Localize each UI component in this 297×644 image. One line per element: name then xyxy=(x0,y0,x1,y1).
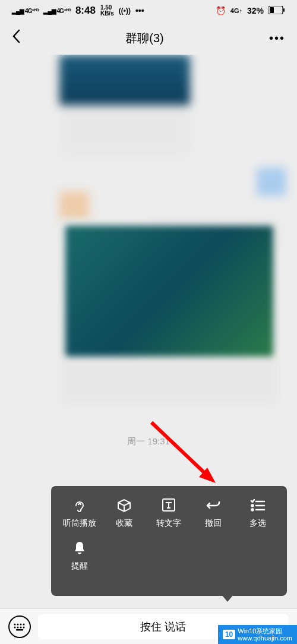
timestamp: 周一 19:31 xyxy=(0,436,297,447)
watermark-url: www.qdhuajin.com xyxy=(238,634,292,642)
watermark-title: Win10系统家园 xyxy=(238,627,292,634)
box-icon xyxy=(116,497,132,513)
more-dots: ••• xyxy=(135,6,144,15)
ctx-label: 提醒 xyxy=(71,561,88,572)
signal-2: ▂▄▆4G⁺ᴴᴰ xyxy=(43,8,70,14)
svg-point-8 xyxy=(14,623,16,625)
more-button[interactable]: ••• xyxy=(264,27,290,50)
ear-icon xyxy=(71,497,88,513)
svg-point-12 xyxy=(14,626,16,628)
svg-point-9 xyxy=(17,623,19,625)
svg-rect-16 xyxy=(16,629,23,631)
battery-icon xyxy=(268,6,285,16)
svg-point-15 xyxy=(23,626,25,628)
svg-point-7 xyxy=(251,509,253,511)
ctx-label: 听筒播放 xyxy=(63,518,96,529)
ctx-remind[interactable]: 提醒 xyxy=(57,539,102,572)
status-left: ▂▄▆4G⁺ᴴᴰ ▂▄▆4G⁺ᴴᴰ 8:48 1.50KB/s ((•)) ••… xyxy=(12,5,144,17)
keyboard-toggle-button[interactable] xyxy=(8,615,31,638)
chat-area[interactable]: 周一 19:31 听筒播放 收藏 转文字 撤回 多选 提醒 xyxy=(0,55,297,608)
list-check-icon xyxy=(249,497,266,513)
ctx-favorite[interactable]: 收藏 xyxy=(102,497,146,529)
signal-1: ▂▄▆4G⁺ᴴᴰ xyxy=(12,8,39,14)
svg-marker-4 xyxy=(199,468,216,483)
svg-point-13 xyxy=(17,626,19,628)
ctx-label: 撤回 xyxy=(205,518,222,529)
svg-point-6 xyxy=(251,505,253,507)
svg-rect-2 xyxy=(283,8,285,12)
bell-icon xyxy=(71,539,88,556)
battery-pct: 32% xyxy=(247,6,264,15)
context-menu: 听筒播放 收藏 转文字 撤回 多选 提醒 xyxy=(51,486,287,596)
undo-icon xyxy=(205,497,222,513)
ctx-label: 多选 xyxy=(249,518,266,529)
ctx-multiselect[interactable]: 多选 xyxy=(235,497,280,529)
ctx-to-text[interactable]: 转文字 xyxy=(146,497,191,529)
svg-line-3 xyxy=(151,422,211,479)
hotspot-icon: ((•)) xyxy=(119,7,131,15)
watermark-logo: 10 xyxy=(223,630,235,639)
annotation-arrow xyxy=(146,416,223,488)
svg-point-11 xyxy=(23,623,25,625)
chat-title: 群聊(3) xyxy=(125,30,163,46)
back-button[interactable] xyxy=(7,24,25,52)
nav-bar: 群聊(3) ••• xyxy=(0,21,297,55)
svg-rect-1 xyxy=(270,7,274,13)
ctx-recall[interactable]: 撤回 xyxy=(191,497,235,529)
net-type: 4G↑ xyxy=(230,7,242,14)
status-right: ⏰ 4G↑ 32% xyxy=(216,6,285,16)
svg-point-10 xyxy=(20,623,22,625)
ctx-label: 转文字 xyxy=(156,518,181,529)
watermark: 10 Win10系统家园 www.qdhuajin.com xyxy=(218,625,297,644)
blurred-avatar xyxy=(257,168,286,196)
ctx-speaker-play[interactable]: 听筒播放 xyxy=(57,497,102,529)
text-icon xyxy=(160,497,177,513)
ctx-label: 收藏 xyxy=(116,518,132,529)
blurred-avatar xyxy=(59,191,89,220)
blurred-message xyxy=(59,55,190,156)
net-speed: 1.50KB/s xyxy=(100,5,114,17)
status-time: 8:48 xyxy=(75,5,96,17)
svg-point-14 xyxy=(20,626,22,628)
status-bar: ▂▄▆4G⁺ᴴᴰ ▂▄▆4G⁺ᴴᴰ 8:48 1.50KB/s ((•)) ••… xyxy=(0,0,297,21)
vibrate-icon: ⏰ xyxy=(216,6,226,15)
blurred-image-message xyxy=(59,220,279,404)
